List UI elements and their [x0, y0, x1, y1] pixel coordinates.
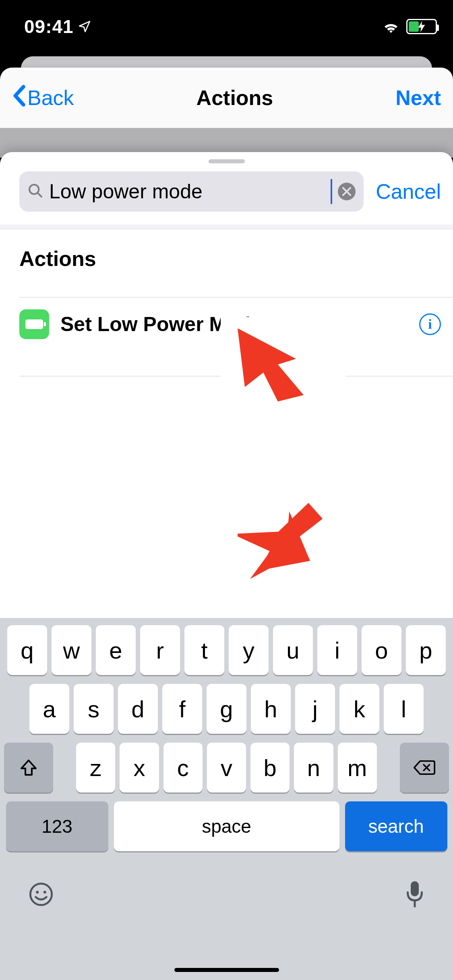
search-sheet: Cancel Actions Set Low Power Mode i — [0, 152, 453, 619]
battery-icon — [406, 19, 437, 34]
key-l[interactable]: l — [384, 684, 424, 734]
key-i[interactable]: i — [317, 625, 357, 675]
chevron-left-icon — [12, 85, 26, 111]
key-z[interactable]: z — [76, 743, 115, 793]
key-k[interactable]: k — [339, 684, 379, 734]
svg-point-12 — [43, 891, 46, 894]
back-button[interactable]: Back — [12, 85, 74, 111]
search-icon — [27, 183, 43, 200]
key-r[interactable]: r — [140, 625, 180, 675]
sheet-grabber[interactable] — [209, 159, 245, 163]
clear-search-button[interactable] — [338, 183, 356, 200]
separator — [0, 229, 453, 229]
keyboard-row-4: 123 space search — [4, 801, 449, 851]
backspace-icon — [414, 760, 435, 776]
key-j[interactable]: j — [295, 684, 335, 734]
key-space[interactable]: space — [114, 801, 339, 851]
emoji-button[interactable] — [28, 881, 54, 909]
key-f[interactable]: f — [162, 684, 202, 734]
key-shift[interactable] — [4, 743, 53, 793]
key-y[interactable]: y — [229, 625, 269, 675]
shift-icon — [19, 758, 38, 777]
location-icon — [78, 20, 91, 33]
key-w[interactable]: w — [52, 625, 91, 675]
search-field[interactable] — [19, 171, 364, 212]
text-cursor — [331, 179, 332, 204]
key-q[interactable]: q — [7, 625, 47, 675]
key-n[interactable]: n — [294, 743, 333, 793]
key-c[interactable]: c — [163, 743, 203, 793]
key-d[interactable]: d — [118, 684, 158, 734]
page-title: Actions — [197, 86, 273, 110]
keyboard-row-2: a s d f g h j k l — [4, 684, 449, 734]
key-search[interactable]: search — [345, 801, 447, 851]
home-indicator[interactable] — [174, 968, 279, 972]
next-button[interactable]: Next — [395, 86, 441, 110]
status-right — [381, 19, 437, 34]
status-bar: 09:41 — [0, 0, 453, 53]
wifi-icon — [381, 19, 401, 34]
back-label: Back — [27, 86, 74, 110]
svg-point-10 — [30, 883, 52, 905]
key-e[interactable]: e — [96, 625, 136, 675]
section-band — [0, 224, 453, 229]
dictation-button[interactable] — [405, 880, 425, 910]
key-p[interactable]: p — [406, 625, 446, 675]
svg-marker-9 — [238, 328, 304, 401]
status-left: 09:41 — [24, 16, 91, 37]
section-title: Actions — [19, 247, 96, 271]
key-backspace[interactable] — [400, 743, 449, 793]
navigation-bar: Back Actions Next — [0, 68, 453, 128]
key-x[interactable]: x — [120, 743, 159, 793]
key-s[interactable]: s — [74, 684, 114, 734]
key-u[interactable]: u — [273, 625, 313, 675]
info-button[interactable]: i — [419, 313, 441, 335]
key-b[interactable]: b — [250, 743, 290, 793]
key-g[interactable]: g — [207, 684, 246, 734]
microphone-icon — [405, 880, 425, 908]
search-row: Cancel — [19, 171, 441, 212]
status-time: 09:41 — [24, 16, 74, 37]
key-t[interactable]: t — [184, 625, 224, 675]
keyboard-row-3: z x c v b n m — [4, 743, 449, 793]
search-input[interactable] — [49, 180, 329, 203]
key-v[interactable]: v — [207, 743, 246, 793]
emoji-icon — [28, 881, 54, 907]
key-m[interactable]: m — [338, 743, 377, 793]
battery-icon — [19, 309, 49, 339]
key-o[interactable]: o — [362, 625, 401, 675]
separator — [19, 297, 453, 298]
key-h[interactable]: h — [251, 684, 291, 734]
cancel-button[interactable]: Cancel — [376, 179, 441, 204]
key-numbers[interactable]: 123 — [6, 801, 108, 851]
keyboard: q w e r t y u i o p a s d f g h j k l z … — [0, 618, 453, 980]
key-a[interactable]: a — [29, 684, 69, 734]
svg-line-1 — [37, 193, 41, 197]
svg-point-11 — [36, 891, 39, 894]
cursor-arrow-icon — [238, 328, 330, 413]
keyboard-row-1: q w e r t y u i o p — [4, 625, 449, 675]
svg-rect-13 — [411, 881, 419, 897]
keyboard-bottom-row — [0, 860, 453, 942]
